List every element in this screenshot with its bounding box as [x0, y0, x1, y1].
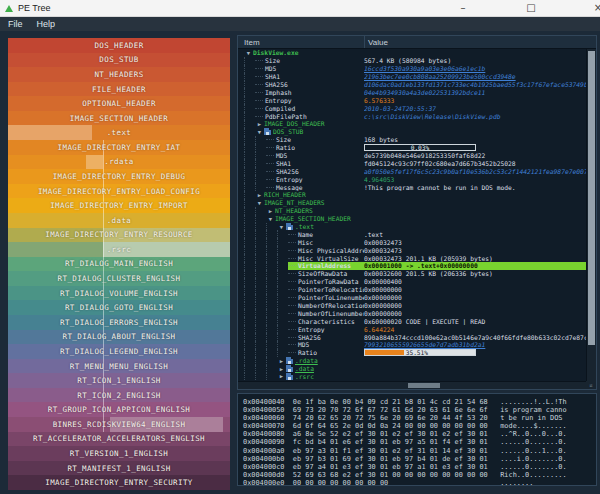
horizontal-scrollbar[interactable]: [238, 381, 586, 389]
tree-row-numberofrelocations[interactable]: NumberOfRelocations0x00000000: [238, 302, 586, 310]
treemap-row-rt_dialog_legend_english[interactable]: RT_DIALOG_LEGEND_ENGLISH: [8, 344, 230, 359]
tree-row-rich-header[interactable]: ▶RICH_HEADER: [238, 191, 586, 199]
tree-row-sha1[interactable]: SHA1fd045124c93c97ff02c680ea7d667b3452b2…: [238, 159, 586, 167]
treemap-row-rt_accelerator_accelerators_english[interactable]: RT_ACCELERATOR_ACCELERATORS_ENGLISH: [8, 432, 230, 447]
treemap-row-file_header[interactable]: FILE_HEADER: [8, 82, 230, 97]
treemap-row-image_directory_entry_load_config[interactable]: IMAGE_DIRECTORY_ENTRY_LOAD_CONFIG: [8, 184, 230, 199]
treemap-row-dos_stub[interactable]: DOS_STUB: [8, 53, 230, 68]
tree-row-characteristics[interactable]: Characteristics0x60000020 CODE | EXECUTE…: [238, 317, 586, 325]
treemap-row-rt_dialog_cluster_english[interactable]: RT_DIALOG_CLUSTER_ENGLISH: [8, 271, 230, 286]
treemap-row-image_directory_entry_resource[interactable]: IMAGE_DIRECTORY_ENTRY_RESOURCE: [8, 228, 230, 243]
treemap-row-dos_header[interactable]: DOS_HEADER: [8, 38, 230, 53]
collapse-icon[interactable]: ▼: [244, 50, 253, 56]
tree-row-message[interactable]: Message!This program cannot be run in DO…: [238, 183, 586, 191]
tree-row-.rdata[interactable]: ▶.rdata: [238, 357, 586, 365]
tree-row-sha256[interactable]: SHA256d106dac0ad1eb133fd1371c733ec4b1925…: [238, 81, 586, 89]
value-link[interactable]: 16ccd3f530a930a9a03e3e06a6e1ec1b: [364, 65, 485, 72]
treemap-row-image_directory_entry_security[interactable]: IMAGE_DIRECTORY_ENTRY_SECURITY: [8, 475, 230, 490]
treemap-row-.data[interactable]: .data: [8, 213, 230, 228]
collapse-icon[interactable]: ▼: [255, 200, 264, 206]
save-floppy-icon[interactable]: [286, 357, 293, 364]
treemap-row-image_directory_entry_debug[interactable]: IMAGE_DIRECTORY_ENTRY_DEBUG: [8, 169, 230, 184]
value-link[interactable]: 21963bec7ee0cb808aa25209923be500ccd3948e: [364, 73, 516, 80]
menu-help[interactable]: Help: [37, 19, 56, 29]
treemap-row-image_section_header[interactable]: IMAGE_SECTION_HEADER: [8, 111, 230, 126]
tree-row-imphash[interactable]: Imphash04e4b934930a4a3de022531392bdce11: [238, 88, 586, 96]
value-link[interactable]: 79932106555926655de7d7adb31bd2a1: [364, 341, 485, 348]
collapse-icon[interactable]: ▼: [266, 216, 275, 222]
treemap-row-rt_dialog_about_english[interactable]: RT_DIALOG_ABOUT_ENGLISH: [8, 330, 230, 345]
tree-row-pointertorelocations[interactable]: PointerToRelocations0x00000000: [238, 286, 586, 294]
vertical-scrollbar-thumb[interactable]: [588, 51, 595, 345]
treemap-row-rt_menu_menu_english[interactable]: RT_MENU_MENU_ENGLISH: [8, 359, 230, 374]
tree-row-entropy[interactable]: Entropy6.644224: [238, 325, 586, 333]
tree-row-.rsrc[interactable]: ▶.rsrc: [238, 373, 586, 381]
tree-row-size[interactable]: Size168 bytes: [238, 136, 586, 144]
treemap-row-rt_dialog_errors_english[interactable]: RT_DIALOG_ERRORS_ENGLISH: [8, 315, 230, 330]
tree-row-ratio[interactable]: Ratio0.03%: [238, 144, 586, 152]
treemap-row-rt_version_1_english[interactable]: RT_VERSION_1_ENGLISH: [8, 446, 230, 461]
treemap-row-.rdata[interactable]: .rdata: [8, 155, 230, 170]
tree-row-sizeofrawdata[interactable]: SizeOfRawData0x00032600 201.5 KB (206336…: [238, 270, 586, 278]
tree-row-ratio[interactable]: Ratio35.51%: [238, 349, 586, 357]
expand-icon[interactable]: ▶: [277, 358, 286, 364]
tree-row-numberoflinenumbers[interactable]: NumberOfLinenumbers0x00000000: [238, 309, 586, 317]
save-floppy-icon[interactable]: [264, 128, 271, 135]
tree-row-diskview.exe[interactable]: ▼DiskView.exe: [238, 49, 586, 57]
save-floppy-icon[interactable]: [286, 373, 293, 380]
treemap-row-rt_icon_1_english[interactable]: RT_ICON_1_ENGLISH: [8, 373, 230, 388]
menu-file[interactable]: File: [8, 19, 23, 29]
tree-row-image-section-header[interactable]: ▼IMAGE_SECTION_HEADER: [238, 215, 586, 223]
tree-row-entropy[interactable]: Entropy4.964053: [238, 175, 586, 183]
treemap-row-rt_dialog_main_english[interactable]: RT_DIALOG_MAIN_ENGLISH: [8, 257, 230, 272]
treemap-row-.text[interactable]: .text: [8, 125, 230, 140]
value-link[interactable]: 04e4b934930a4a3de022531392bdce11: [364, 89, 485, 96]
treemap-row-.rsrc[interactable]: .rsrc: [8, 242, 230, 257]
treemap-row-rt_manifest_1_english[interactable]: RT_MANIFEST_1_ENGLISH: [8, 461, 230, 476]
tree-row-dos-stub[interactable]: ▼DOS_STUB: [238, 128, 586, 136]
tree-row-virtualaddress[interactable]: VirtualAddress0x00001000 -> .text+0x0000…: [238, 262, 586, 270]
tree-row-pointertolinenumbers[interactable]: PointerToLinenumbers0x00000000: [238, 294, 586, 302]
treemap-row-rt_group_icon_appicon_english[interactable]: RT_GROUP_ICON_APPICON_ENGLISH: [8, 402, 230, 417]
tree-row-sha256[interactable]: SHA256a0f050e5fef17f6c5c23c9b0af10e536b2…: [238, 167, 586, 175]
treemap-row-rt_dialog_goto_english[interactable]: RT_DIALOG_GOTO_ENGLISH: [8, 300, 230, 315]
expand-icon[interactable]: ▶: [266, 208, 275, 214]
expand-icon[interactable]: ▶: [255, 192, 264, 198]
treemap-row-optional_header[interactable]: OPTIONAL_HEADER: [8, 96, 230, 111]
treemap-row-image_directory_entry_import[interactable]: IMAGE_DIRECTORY_ENTRY_IMPORT: [8, 198, 230, 213]
tree-row-pdbfilepath[interactable]: PdbFilePathc:\src\DiskView\Release\DiskV…: [238, 112, 586, 120]
tree-row-md5[interactable]: MD5de5739b048e546e918253350faf68d22: [238, 152, 586, 160]
tree-row-.data[interactable]: ▶.data: [238, 365, 586, 373]
tree-row-size[interactable]: Size567.4 KB (580984 bytes): [238, 57, 586, 65]
tree-row-image-nt-headers[interactable]: ▼IMAGE_NT_HEADERS: [238, 199, 586, 207]
minimize-button[interactable]: –: [448, 0, 478, 17]
tree-row-pointertorawdata[interactable]: PointerToRawData0x00000400: [238, 278, 586, 286]
treemap-row-image_directory_entry_iat[interactable]: IMAGE_DIRECTORY_ENTRY_IAT: [8, 140, 230, 155]
tree-row-misc[interactable]: Misc0x00032473: [238, 238, 586, 246]
tree-row-misc-physicaladdress[interactable]: Misc_PhysicalAddress0x00032473: [238, 246, 586, 254]
treemap-row-binres_rcdiskview64_english[interactable]: BINRES_RCDISKVIEW64_ENGLISH: [8, 417, 230, 432]
expand-icon[interactable]: ▶: [277, 366, 286, 372]
expand-icon[interactable]: ▶: [255, 121, 264, 127]
tree-row-md5[interactable]: MD579932106555926655de7d7adb31bd2a1: [238, 341, 586, 349]
treemap-row-rt_dialog_volume_english[interactable]: RT_DIALOG_VOLUME_ENGLISH: [8, 286, 230, 301]
tree-row-image-dos-header[interactable]: ▶IMAGE_DOS_HEADER: [238, 120, 586, 128]
tree-row-name[interactable]: Name.text: [238, 230, 586, 238]
tree-row-nt-headers[interactable]: ▶NT_HEADERS: [238, 207, 586, 215]
save-floppy-icon[interactable]: [286, 365, 293, 372]
expand-icon[interactable]: ▶: [277, 373, 286, 379]
tree-row-sha1[interactable]: SHA121963bec7ee0cb808aa25209923be500ccd3…: [238, 73, 586, 81]
vertical-scrollbar[interactable]: [586, 49, 596, 381]
tree-row-.text[interactable]: ▼.text: [238, 223, 586, 231]
value-link[interactable]: 2010-03-24T20:55:37: [364, 105, 436, 112]
tree-row-misc-virtualsize[interactable]: Misc_VirtualSize0x00032473 201.1 KB (205…: [238, 254, 586, 262]
save-floppy-icon[interactable]: [286, 223, 293, 230]
collapse-icon[interactable]: ▼: [255, 129, 264, 135]
value-link[interactable]: d106dac0ad1eb133fd1371c733ec4b1925baed55…: [364, 81, 586, 88]
tree-row-sha256[interactable]: SHA256890a884b374cccd100e62ac0b5146e7a9c…: [238, 333, 586, 341]
close-button[interactable]: ×: [583, 0, 600, 17]
value-link[interactable]: a0f050e5fef17f6c5c23c9b0af10e536b2c53c2f…: [364, 168, 586, 175]
tree-row-compiled[interactable]: Compiled2010-03-24T20:55:37: [238, 104, 586, 112]
column-header-value[interactable]: Value: [364, 36, 596, 48]
tree-row-md5[interactable]: MD516ccd3f530a930a9a03e3e06a6e1ec1b: [238, 65, 586, 73]
